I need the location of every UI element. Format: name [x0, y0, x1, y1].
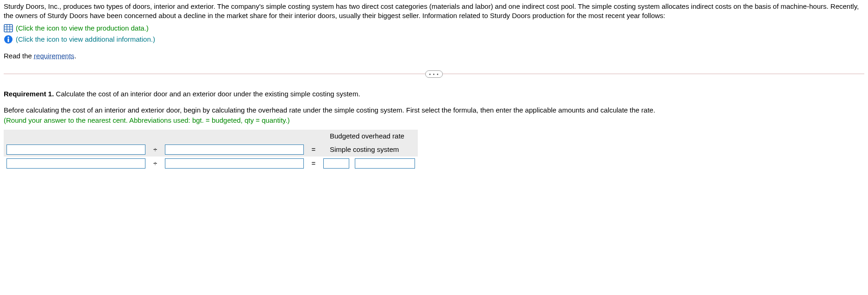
numerator-value-input[interactable]	[6, 158, 145, 169]
divide-symbol: ÷	[148, 143, 162, 157]
rate-unit-input[interactable]	[323, 158, 349, 169]
problem-intro: Sturdy Doors, Inc., produces two types o…	[4, 2, 864, 21]
requirement-1-text: Calculate the cost of an interior door a…	[54, 90, 360, 98]
view-additional-info-link[interactable]: (Click the icon to view additional infor…	[16, 35, 155, 44]
requirement-1-label: Requirement 1.	[4, 90, 54, 98]
row-label-simple-costing: Simple costing system	[321, 143, 418, 157]
view-production-data-link[interactable]: (Click the icon to view the production d…	[16, 24, 149, 33]
col-header-budgeted-rate: Budgeted overhead rate	[321, 130, 418, 143]
formula-denominator-select[interactable]	[165, 144, 304, 155]
formula-numerator-select[interactable]	[6, 144, 145, 155]
read-suffix: .	[75, 52, 76, 60]
requirement-1-title: Requirement 1. Calculate the cost of an …	[4, 89, 864, 99]
equals-symbol-2: =	[307, 157, 321, 170]
read-requirements: Read the requirements.	[4, 51, 864, 61]
table-icon[interactable]	[4, 24, 13, 33]
equals-symbol: =	[307, 143, 321, 157]
calc-table: Budgeted overhead rate ÷ = Simple costin…	[4, 130, 418, 170]
svg-rect-0	[4, 25, 13, 32]
divide-symbol-2: ÷	[148, 157, 162, 170]
info-icon[interactable]	[4, 35, 13, 44]
instruction-text: Before calculating the cost of an interi…	[4, 106, 864, 115]
svg-point-6	[7, 37, 9, 38]
denominator-value-input[interactable]	[165, 158, 304, 169]
read-prefix: Read the	[4, 52, 34, 60]
svg-rect-7	[8, 38, 9, 42]
rate-value-input[interactable]	[355, 158, 415, 169]
hint-text: (Round your answer to the nearest cent. …	[4, 116, 864, 125]
collapse-toggle[interactable]: • • •	[425, 70, 443, 78]
requirements-link[interactable]: requirements	[34, 52, 75, 60]
